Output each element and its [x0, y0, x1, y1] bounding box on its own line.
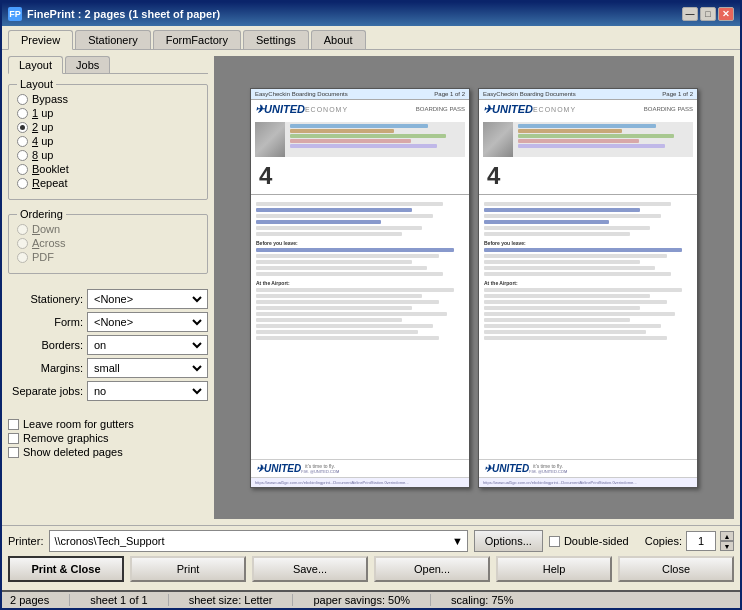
repeat-radio[interactable] — [17, 178, 28, 189]
print-button[interactable]: Print — [130, 556, 246, 582]
separate-jobs-select-input[interactable]: no — [90, 384, 205, 398]
app-icon: FP — [8, 7, 22, 21]
1up-option[interactable]: 1 up — [17, 107, 199, 119]
margins-select-input[interactable]: small — [90, 361, 205, 375]
borders-select-input[interactable]: on — [90, 338, 205, 352]
tab-settings[interactable]: Settings — [243, 30, 309, 49]
bp1-url: https://www.ual5go.com.cn/ebcbirdingprin… — [251, 477, 469, 487]
preview-pages: EasyCheckin Boarding Documents Page 1 of… — [240, 78, 708, 498]
tab-preview[interactable]: Preview — [8, 30, 73, 50]
checkbox-area: Leave room for gutters Remove graphics S… — [8, 416, 208, 460]
preview-page-1: EasyCheckin Boarding Documents Page 1 of… — [250, 88, 470, 488]
tab-stationery[interactable]: Stationery — [75, 30, 151, 49]
preview-page-2: EasyCheckin Boarding Documents Page 1 of… — [478, 88, 698, 488]
remove-graphics-checkbox[interactable] — [8, 433, 19, 444]
open-button[interactable]: Open... — [374, 556, 490, 582]
double-sided-checkbox[interactable] — [549, 536, 560, 547]
remove-graphics-row[interactable]: Remove graphics — [8, 432, 208, 444]
form-fields: Stationery: <None> Form: <None> — [8, 286, 208, 404]
close-button[interactable]: Close — [618, 556, 734, 582]
booklet-radio[interactable] — [17, 164, 28, 175]
4up-option[interactable]: 4 up — [17, 135, 199, 147]
copies-down-button[interactable]: ▼ — [720, 541, 734, 551]
2up-option[interactable]: 2 up — [17, 121, 199, 133]
copies-input[interactable] — [686, 531, 716, 551]
separate-jobs-row: Separate jobs: no — [8, 381, 208, 401]
double-sided-label: Double-sided — [564, 535, 629, 547]
repeat-option[interactable]: Repeat — [17, 177, 199, 189]
show-deleted-label: Show deleted pages — [23, 446, 123, 458]
form-row: Form: <None> — [8, 312, 208, 332]
bp2-header: EasyCheckin Boarding Documents Page 1 of… — [479, 89, 697, 100]
leave-room-checkbox[interactable] — [8, 419, 19, 430]
tab-about[interactable]: About — [311, 30, 366, 49]
bypass-radio[interactable] — [17, 94, 28, 105]
down-radio[interactable] — [17, 224, 28, 235]
stationery-select-input[interactable]: <None> — [90, 292, 205, 306]
bp2-airline-row: ✈UNITED ECONOMY BOARDING PASS — [479, 100, 697, 119]
2up-radio[interactable] — [17, 122, 28, 133]
separate-jobs-select[interactable]: no — [87, 381, 208, 401]
form-select[interactable]: <None> — [87, 312, 208, 332]
maximize-button[interactable]: □ — [700, 7, 716, 21]
stationery-select[interactable]: <None> — [87, 289, 208, 309]
bypass-option[interactable]: Bypass — [17, 93, 199, 105]
subtab-layout[interactable]: Layout — [8, 56, 63, 74]
1up-radio[interactable] — [17, 108, 28, 119]
action-buttons-row: Print & Close Print Save... Open... Help… — [8, 556, 734, 582]
bp1-bottom: ✈UNITED it's time to fly. F.M. @UNITED.C… — [251, 459, 469, 477]
bp1-photo — [255, 122, 465, 157]
booklet-option[interactable]: Booklet — [17, 163, 199, 175]
window-controls: — □ ✕ — [682, 7, 734, 21]
double-sided-row: Double-sided — [549, 535, 629, 547]
across-radio[interactable] — [17, 238, 28, 249]
minimize-button[interactable]: — — [682, 7, 698, 21]
tab-formfactory[interactable]: FormFactory — [153, 30, 241, 49]
printer-arrow-icon: ▼ — [452, 535, 463, 547]
window-title: FP FinePrint : 2 pages (1 sheet of paper… — [8, 7, 220, 21]
titlebar: FP FinePrint : 2 pages (1 sheet of paper… — [2, 2, 740, 26]
show-deleted-checkbox[interactable] — [8, 447, 19, 458]
margins-select[interactable]: small — [87, 358, 208, 378]
bp1-gate: 4 — [251, 160, 469, 192]
bp2-gate: 4 — [479, 160, 697, 192]
window-close-button[interactable]: ✕ — [718, 7, 734, 21]
across-option[interactable]: Across — [17, 237, 199, 249]
preview-area: EasyCheckin Boarding Documents Page 1 of… — [214, 56, 734, 519]
separate-jobs-label: Separate jobs: — [8, 385, 83, 397]
8up-option[interactable]: 8 up — [17, 149, 199, 161]
leave-room-row[interactable]: Leave room for gutters — [8, 418, 208, 430]
bp1-header: EasyCheckin Boarding Documents Page 1 of… — [251, 89, 469, 100]
statusbar: 2 pages sheet 1 of 1 sheet size: Letter … — [2, 590, 740, 608]
subtab-jobs[interactable]: Jobs — [65, 56, 110, 73]
bp2-url: https://www.ual5go.com.cn/ebcbirdingprin… — [479, 477, 697, 487]
copies-spinner: ▲ ▼ — [720, 531, 734, 551]
stationery-label: Stationery: — [8, 293, 83, 305]
ordering-groupbox: Ordering Down Across PDF — [8, 214, 208, 274]
form-select-input[interactable]: <None> — [90, 315, 205, 329]
down-option[interactable]: Down — [17, 223, 199, 235]
bp1-airline-row: ✈UNITED ECONOMY BOARDING PASS — [251, 100, 469, 119]
content-area: Layout Jobs Layout Bypass 1 up 2 up — [2, 50, 740, 525]
ordering-group-title: Ordering — [17, 208, 66, 220]
copies-up-button[interactable]: ▲ — [720, 531, 734, 541]
remove-graphics-label: Remove graphics — [23, 432, 109, 444]
8up-radio[interactable] — [17, 150, 28, 161]
options-button[interactable]: Options... — [474, 530, 543, 552]
layout-groupbox: Layout Bypass 1 up 2 up 4 up — [8, 84, 208, 200]
borders-select[interactable]: on — [87, 335, 208, 355]
printer-select[interactable]: \\cronos\Tech_Support ▼ — [49, 530, 467, 552]
print-close-button[interactable]: Print & Close — [8, 556, 124, 582]
pdf-option[interactable]: PDF — [17, 251, 199, 263]
borders-label: Borders: — [8, 339, 83, 351]
status-pages: 2 pages — [10, 594, 49, 606]
4up-radio[interactable] — [17, 136, 28, 147]
borders-row: Borders: on — [8, 335, 208, 355]
show-deleted-row[interactable]: Show deleted pages — [8, 446, 208, 458]
printer-row: Printer: \\cronos\Tech_Support ▼ Options… — [8, 530, 734, 552]
printer-label: Printer: — [8, 535, 43, 547]
pdf-radio[interactable] — [17, 252, 28, 263]
save-button[interactable]: Save... — [252, 556, 368, 582]
status-sheet: sheet 1 of 1 — [90, 594, 148, 606]
help-button[interactable]: Help — [496, 556, 612, 582]
